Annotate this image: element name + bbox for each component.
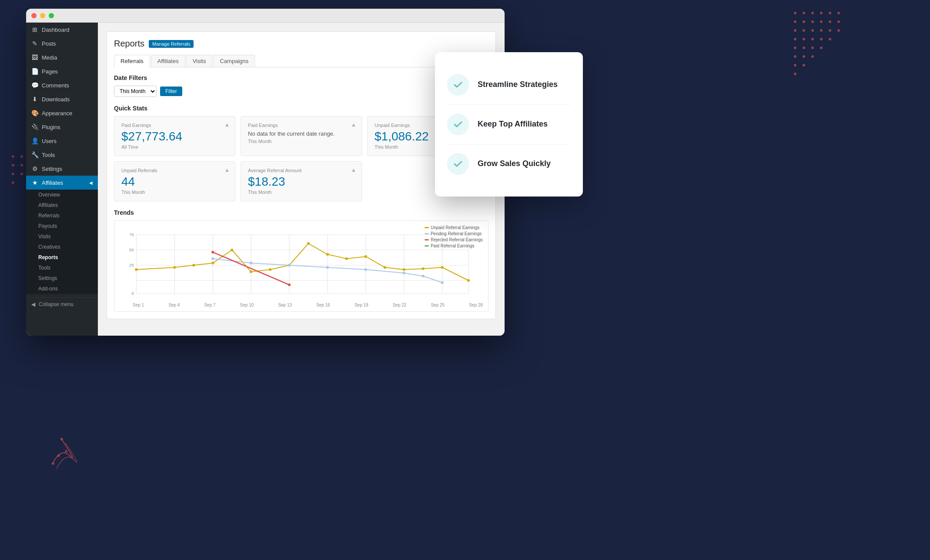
svg-point-68 [467, 279, 470, 282]
stat-paid-earnings-alltime: Paid Earnings ▲ $27,773.64 All Time [114, 116, 235, 156]
svg-point-10 [829, 20, 831, 23]
svg-point-62 [345, 257, 348, 260]
affiliates-icon: ★ [31, 179, 38, 186]
sidebar-item-comments[interactable]: 💬 Comments [26, 78, 98, 92]
grow-sales-check-icon [453, 159, 463, 169]
stat-paid-earnings-month: Paid Earnings ▲ No data for the current … [241, 116, 362, 156]
svg-point-85 [12, 173, 14, 175]
sidebar-item-plugins[interactable]: 🔌 Plugins [26, 120, 98, 134]
svg-point-84 [12, 164, 14, 167]
quick-stats-label: Quick Stats [114, 105, 488, 112]
date-select[interactable]: This Month [114, 86, 157, 97]
tab-affiliates[interactable]: Affiliates [151, 55, 185, 67]
svg-text:75: 75 [129, 232, 134, 237]
tab-referrals[interactable]: Referrals [114, 55, 150, 67]
sidebar-item-appearance[interactable]: 🎨 Appearance [26, 106, 98, 120]
sub-creatives[interactable]: Creatives [26, 242, 98, 252]
minimize-dot[interactable] [40, 13, 45, 18]
trends-title: Trends [114, 209, 488, 216]
feature-streamline: Streamline Strategies [447, 65, 571, 105]
sub-payouts[interactable]: Payouts [26, 221, 98, 231]
stat-arrow-1: ▲ [224, 122, 230, 128]
x-label-sep4: Sep 4 [168, 303, 180, 307]
svg-point-77 [211, 251, 214, 253]
appearance-icon: 🎨 [31, 110, 38, 117]
sub-overview[interactable]: Overview [26, 190, 98, 200]
stat-sub-1: All Time [121, 144, 228, 150]
svg-point-6 [794, 20, 796, 23]
svg-point-72 [326, 266, 329, 269]
stat-label-4: Unpaid Referrals [121, 168, 228, 173]
reports-header: Reports Manage Referrals [114, 39, 488, 49]
svg-point-25 [811, 47, 814, 49]
svg-point-63 [365, 255, 368, 258]
svg-point-15 [820, 29, 823, 32]
legend-label-paid: Paid Referral Earnings [431, 243, 475, 248]
sidebar-item-dashboard[interactable]: ⊞ Dashboard [26, 23, 98, 37]
svg-point-80 [57, 454, 60, 457]
trends-section: Trends Unpaid Referral Earnings Pending … [114, 209, 488, 312]
tools-icon: 🔧 [31, 151, 38, 158]
sidebar-item-label: Users [42, 138, 57, 144]
tab-visits[interactable]: Visits [186, 55, 213, 67]
svg-point-76 [441, 281, 444, 284]
collapse-label: Collapse menu [39, 301, 74, 307]
sidebar-item-settings[interactable]: ⚙ Settings [26, 162, 98, 176]
sidebar-item-label: Dashboard [42, 27, 70, 33]
svg-point-22 [829, 38, 831, 40]
users-icon: 👤 [31, 137, 38, 144]
sidebar-item-label: Posts [42, 40, 56, 47]
sidebar-item-pages[interactable]: 📄 Pages [26, 64, 98, 78]
sidebar-item-label: Settings [42, 166, 62, 172]
svg-point-71 [288, 264, 291, 267]
sub-visits[interactable]: Visits [26, 231, 98, 242]
sidebar-item-label: Tools [42, 152, 55, 158]
tab-campaigns[interactable]: Campaigns [213, 55, 255, 67]
streamline-check-icon [453, 80, 463, 90]
svg-point-29 [811, 55, 814, 58]
sidebar-item-users[interactable]: 👤 Users [26, 134, 98, 148]
sub-settings[interactable]: Settings [26, 273, 98, 283]
stat-nodata-2: No data for the current date range. [248, 130, 355, 137]
filter-button[interactable]: Filter [160, 87, 182, 96]
stat-arrow-4: ▲ [224, 167, 230, 173]
stat-sub-2: This Month [248, 139, 355, 144]
sidebar-item-media[interactable]: 🖼 Media [26, 50, 98, 64]
chart-legend: Unpaid Referral Earnings Pending Referra… [425, 225, 483, 250]
svg-point-65 [402, 268, 405, 271]
streamline-check-circle [447, 74, 469, 96]
stat-sub-4: This Month [121, 190, 228, 195]
comments-icon: 💬 [31, 82, 38, 89]
date-filters-label: Date Filters [114, 74, 488, 81]
features-panel: Streamline Strategies Keep Top Affiliate… [435, 52, 583, 197]
sidebar-item-posts[interactable]: ✎ Posts [26, 37, 98, 50]
sub-tools[interactable]: Tools [26, 263, 98, 273]
stat-label-5: Average Referral Amount [248, 168, 355, 173]
sub-addons[interactable]: Add-ons [26, 283, 98, 294]
quick-stats-row1: Paid Earnings ▲ $27,773.64 All Time Paid… [114, 116, 488, 156]
svg-point-23 [794, 47, 796, 49]
x-label-sep19: Sep 19 [355, 303, 368, 307]
svg-point-13 [803, 29, 805, 32]
stat-label-1: Paid Earnings [121, 123, 228, 128]
svg-point-5 [837, 12, 840, 14]
svg-point-70 [250, 262, 253, 264]
affiliates-submenu: Overview Affiliates Referrals Payouts Vi… [26, 190, 98, 294]
sub-reports[interactable]: Reports [26, 252, 98, 263]
svg-point-3 [820, 12, 823, 14]
sidebar-item-label: Affiliates [42, 180, 63, 186]
sidebar-item-downloads[interactable]: ⬇ Downloads [26, 92, 98, 106]
close-dot[interactable] [31, 13, 37, 18]
feature-keep-top-label: Keep Top Affiliates [478, 119, 548, 129]
collapse-menu-btn[interactable]: ◀ Collapse menu [26, 297, 98, 311]
sub-affiliates[interactable]: Affiliates [26, 200, 98, 210]
feature-grow-sales-label: Grow Sales Quickly [478, 159, 551, 169]
manage-referrals-link[interactable]: Manage Referrals [149, 40, 194, 48]
svg-point-12 [794, 29, 796, 32]
sidebar-item-affiliates[interactable]: ★ Affiliates ◀ [26, 176, 98, 190]
sidebar-item-tools[interactable]: 🔧 Tools [26, 148, 98, 162]
grow-sales-check-circle [447, 153, 469, 175]
expand-dot[interactable] [49, 13, 54, 18]
stat-sub-5: This Month [248, 190, 355, 195]
sub-referrals[interactable]: Referrals [26, 210, 98, 221]
